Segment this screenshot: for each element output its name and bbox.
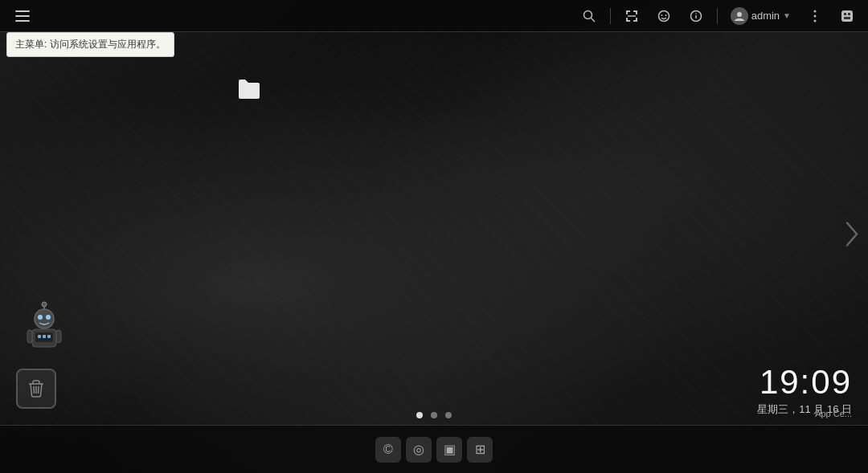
- svg-point-15: [661, 14, 662, 16]
- svg-rect-68: [56, 330, 61, 343]
- scan-button[interactable]: [617, 2, 646, 31]
- svg-point-61: [46, 315, 51, 320]
- divider-1: [610, 8, 611, 24]
- bottombar: © ◎ ▣ ⊞ App Ce...: [0, 425, 868, 473]
- next-page-arrow[interactable]: [844, 219, 860, 254]
- user-menu-button[interactable]: admin ▼: [724, 4, 797, 28]
- menu-tooltip: 主菜单: 访问系统设置与应用程序。: [6, 32, 174, 57]
- svg-rect-10: [626, 18, 628, 22]
- svg-line-4: [591, 18, 595, 22]
- desktop-background: [0, 0, 868, 473]
- svg-line-74: [39, 386, 39, 393]
- taskbar-icon-1[interactable]: ©: [375, 437, 401, 463]
- notification-button[interactable]: [833, 2, 862, 31]
- svg-rect-65: [43, 335, 46, 338]
- svg-point-3: [583, 10, 592, 18]
- svg-rect-66: [47, 335, 51, 338]
- taskbar-icon-3[interactable]: ▣: [436, 437, 462, 463]
- robot-icon: [16, 301, 72, 361]
- avatar: [731, 7, 748, 25]
- taskbar-items: © ◎ ▣ ⊞: [375, 437, 493, 463]
- svg-rect-8: [636, 10, 637, 14]
- face-button[interactable]: [649, 2, 678, 31]
- menu-button[interactable]: [6, 0, 39, 32]
- svg-point-14: [658, 10, 669, 21]
- page-dot-2[interactable]: [431, 412, 437, 418]
- svg-point-19: [695, 13, 697, 14]
- svg-rect-67: [27, 330, 32, 343]
- svg-rect-0: [15, 10, 30, 12]
- clock-time: 19:09: [757, 365, 852, 399]
- dropdown-arrow: ▼: [783, 11, 791, 20]
- svg-rect-2: [15, 20, 30, 22]
- svg-point-23: [814, 19, 817, 22]
- svg-rect-26: [848, 13, 850, 15]
- svg-rect-25: [844, 13, 846, 15]
- svg-point-70: [42, 302, 47, 307]
- search-button[interactable]: [575, 2, 604, 31]
- left-sidebar-icons: [16, 301, 72, 409]
- topbar: admin ▼: [0, 0, 868, 32]
- taskbar-icon-4[interactable]: ⊞: [467, 437, 493, 463]
- page-dot-3[interactable]: [445, 412, 452, 418]
- divider-2: [717, 8, 718, 24]
- app-center-taskbar-item[interactable]: App Ce...: [815, 409, 852, 418]
- info-button[interactable]: [682, 2, 710, 31]
- taskbar-icon-2[interactable]: ◎: [406, 437, 432, 463]
- svg-rect-6: [626, 10, 628, 14]
- svg-point-21: [814, 10, 817, 12]
- svg-rect-64: [38, 335, 41, 338]
- page-dot-1[interactable]: [416, 412, 423, 418]
- page-indicator: [416, 412, 452, 418]
- svg-rect-1: [15, 15, 30, 17]
- svg-point-59: [35, 309, 54, 328]
- svg-point-20: [737, 12, 742, 17]
- svg-rect-27: [844, 17, 850, 19]
- trash-button[interactable]: [16, 369, 56, 409]
- svg-rect-24: [841, 10, 853, 22]
- more-button[interactable]: [800, 2, 829, 31]
- svg-line-72: [34, 386, 35, 393]
- svg-point-60: [38, 315, 43, 320]
- svg-rect-12: [636, 18, 637, 22]
- svg-point-22: [814, 14, 817, 17]
- svg-point-16: [665, 14, 666, 16]
- username-label: admin: [751, 10, 780, 22]
